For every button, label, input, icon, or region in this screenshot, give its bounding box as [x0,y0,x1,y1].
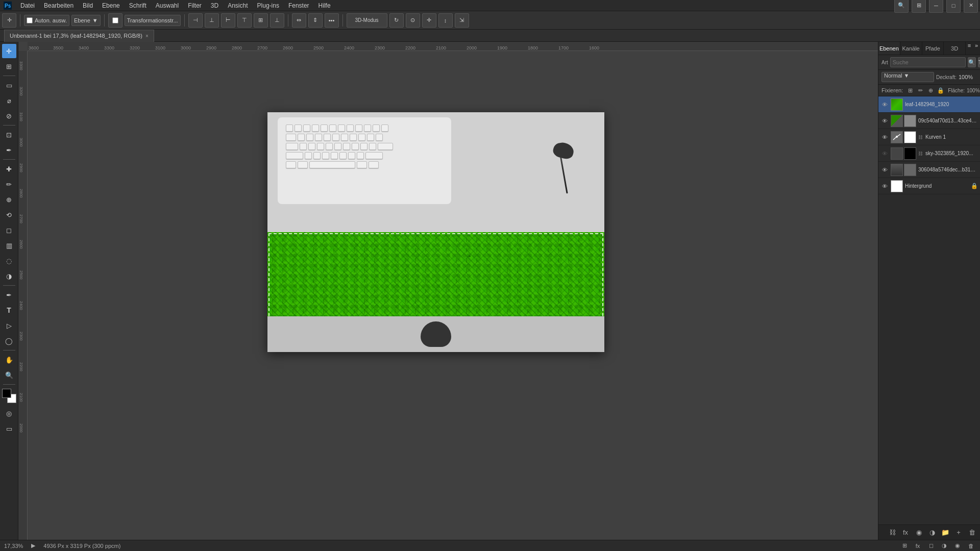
slide-btn[interactable]: ↕ [438,13,453,28]
screen-mode-btn[interactable]: ▭ [2,421,16,436]
rotate-3d-btn[interactable]: ↻ [389,13,404,28]
status-mask-btn[interactable]: ◉ [952,541,963,551]
align-top-btn[interactable]: ⊤ [237,13,252,28]
more-options-btn[interactable]: ••• [325,13,339,28]
minimize-btn[interactable]: ─ [929,0,943,13]
move-tool-options[interactable]: ✛ [2,13,16,28]
brush-tool-btn[interactable]: ✏ [2,177,16,191]
layer-item-306[interactable]: 👁 306048a5746dec...b3172fb3a6c08 [878,162,980,178]
layer-item-kurven[interactable]: 👁 ⛓ Kurven 1 [878,129,980,145]
crop-tool-btn[interactable]: ⊡ [2,128,16,142]
tab-close-btn[interactable]: × [145,33,149,39]
menu-bearbeiten[interactable]: Bearbeiten [40,1,78,10]
menu-3d[interactable]: 3D [207,1,223,10]
panel-collapse-icon[interactable]: » [973,42,980,49]
layer-visibility-5[interactable]: 👁 [880,166,889,174]
opacity-value[interactable]: 100% [959,74,977,80]
menu-schrift[interactable]: Schrift [125,1,151,10]
add-mask-btn[interactable]: ◉ [914,528,924,538]
type-tool-btn[interactable]: T [2,303,16,317]
clone-stamp-btn[interactable]: ⊕ [2,192,16,207]
lock-pixels-btn[interactable]: ⊞ [906,86,914,94]
transform-dropdown[interactable]: Transformationsstr... [125,15,181,26]
pan-btn[interactable]: ✛ [422,13,436,28]
menu-hilfe[interactable]: Hilfe [314,1,335,10]
quick-mask-btn[interactable]: ◎ [2,406,16,420]
maximize-btn[interactable]: □ [946,0,961,13]
align-bottom-btn[interactable]: ⊥ [270,13,284,28]
layer-visibility-3[interactable]: 👁 [880,133,889,141]
path-select-btn[interactable]: ▷ [2,318,16,333]
menu-datei[interactable]: Datei [16,1,39,10]
search-icon-btn[interactable]: 🔍 [968,57,976,67]
layer-visibility-2[interactable]: 👁 [880,117,889,125]
tab-kanaele[interactable]: Kanäle [900,42,922,55]
align-center-h-btn[interactable]: ⊞ [254,13,268,28]
blend-mode-select[interactable]: Normal ▼ [881,72,934,82]
menu-bild[interactable]: Bild [79,1,97,10]
status-grid-btn[interactable]: ⊞ [899,541,910,551]
orbit-btn[interactable]: ⊙ [406,13,420,28]
menu-ebene[interactable]: Ebene [98,1,124,10]
artboard-tool-btn[interactable]: ⊞ [2,59,16,73]
close-btn[interactable]: ✕ [964,0,978,13]
status-color-btn[interactable]: ◻ [926,541,936,551]
rectangular-select-btn[interactable]: ▭ [2,78,16,92]
layer-item-sky[interactable]: 👁 ⛓ sky-3023856_1920... [878,145,980,162]
link-layers-btn[interactable]: ⛓ [887,528,897,538]
hand-tool-btn[interactable]: ✋ [2,353,16,367]
panel-options-icon[interactable]: ≡ [966,42,973,49]
fill-value[interactable]: 100% [967,88,980,93]
workspace-btn[interactable]: ⊞ [912,0,926,13]
auto-select-dropdown[interactable]: Auton. ausw. [24,15,69,26]
menu-ansicht[interactable]: Ansicht [224,1,252,10]
new-layer-btn[interactable]: + [953,528,964,538]
quick-select-btn[interactable]: ⊘ [2,109,16,123]
layer-item-leaf[interactable]: 👁 leaf-1482948_1920 [878,96,980,113]
3d-mode-btn[interactable]: 3D-Modus [347,13,387,28]
move-tool-btn[interactable]: ✛ [2,44,16,58]
color-swatches[interactable] [2,389,16,403]
new-group-btn[interactable]: 📁 [940,528,950,538]
add-style-btn[interactable]: fx [900,528,911,538]
gradient-tool-btn[interactable]: ▥ [2,238,16,253]
type-icon-btn[interactable]: T [978,57,980,67]
history-brush-btn[interactable]: ⟲ [2,208,16,222]
layer-item-hintergrund[interactable]: 👁 Hintergrund 🔒 [878,178,980,194]
menu-filter[interactable]: Filter [184,1,206,10]
menu-fenster[interactable]: Fenster [284,1,313,10]
layer-search-input[interactable] [890,57,966,67]
status-fx-btn[interactable]: fx [913,541,923,551]
document-tab[interactable]: Unbenannt-1 bei 17,3% (leaf-1482948_1920… [4,30,154,42]
dist-v-btn[interactable]: ⇕ [308,13,323,28]
layer-visibility-1[interactable]: 👁 [880,101,889,109]
dodge-tool-btn[interactable]: ◑ [2,269,16,283]
align-center-v-btn[interactable]: ⊥ [205,13,219,28]
dist-h-btn[interactable]: ⇔ [292,13,306,28]
status-arrow[interactable]: ▶ [31,542,35,549]
blur-tool-btn[interactable]: ◌ [2,254,16,268]
foreground-color-swatch[interactable] [2,389,11,398]
status-adj-btn[interactable]: ◑ [939,541,949,551]
menu-auswahl[interactable]: Auswahl [152,1,183,10]
layer-visibility-4[interactable]: 👁 [880,149,889,158]
layer-item-09c[interactable]: 👁 09c540af70d13...43ce46bd18f3f2 [878,113,980,129]
lock-position-btn[interactable]: ✏ [916,86,924,94]
scale-btn[interactable]: ⇲ [455,13,469,28]
lasso-tool-btn[interactable]: ⌀ [2,93,16,108]
delete-layer-btn[interactable]: 🗑 [967,528,977,538]
eraser-tool-btn[interactable]: ◻ [2,223,16,237]
lock-all-btn[interactable]: 🔒 [937,86,945,94]
search-icon-btn[interactable]: 🔍 [894,0,909,13]
layer-dropdown[interactable]: Ebene ▼ [71,15,101,26]
layer-visibility-6[interactable]: 👁 [880,182,889,190]
eyedropper-tool-btn[interactable]: ✒ [2,143,16,157]
spot-healing-btn[interactable]: ✚ [2,162,16,176]
zoom-tool-btn[interactable]: 🔍 [2,368,16,382]
status-delete-btn[interactable]: 🗑 [966,541,976,551]
align-left-btn[interactable]: ⊣ [188,13,203,28]
pen-tool-btn[interactable]: ✒ [2,288,16,302]
shape-tool-btn[interactable]: ◯ [2,334,16,348]
tab-3d[interactable]: 3D [944,42,966,55]
new-fill-adj-btn[interactable]: ◑ [927,528,937,538]
